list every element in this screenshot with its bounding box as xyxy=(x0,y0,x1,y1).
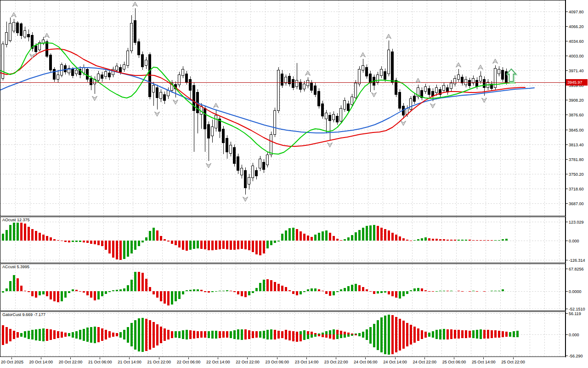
histogram-bar xyxy=(428,291,430,292)
candle-bull xyxy=(130,23,133,51)
histogram-bar xyxy=(61,332,63,334)
candle-bear xyxy=(300,82,302,90)
histogram-bar xyxy=(108,334,111,338)
histogram-bar xyxy=(94,334,96,343)
histogram-bar xyxy=(64,291,67,298)
histogram-bar xyxy=(208,241,210,250)
histogram-bar xyxy=(296,229,298,241)
histogram-bar xyxy=(57,291,59,302)
histogram-bar xyxy=(46,329,48,334)
candle-bull xyxy=(9,23,11,40)
price-label: 3718.60 xyxy=(569,187,584,191)
time-label: 24 Oct 14:00 xyxy=(383,360,407,364)
histogram-bar xyxy=(211,334,214,339)
fractal-up-icon xyxy=(361,52,366,57)
time-label: 22 Oct 22:00 xyxy=(236,360,260,364)
histogram-bar xyxy=(274,282,276,291)
histogram-bar xyxy=(215,331,217,334)
histogram-bar xyxy=(35,291,37,298)
histogram-bar xyxy=(6,334,8,344)
histogram-bar xyxy=(108,241,111,253)
histogram-bar xyxy=(329,291,331,296)
histogram-bar xyxy=(138,272,140,291)
candle-bear xyxy=(318,91,320,106)
histogram-bar xyxy=(516,331,519,334)
candle-bull xyxy=(443,85,445,90)
histogram-bar xyxy=(31,334,34,339)
histogram-bar xyxy=(182,330,184,334)
histogram-bar xyxy=(285,334,287,339)
histogram-bar xyxy=(9,281,11,291)
fractal-down-icon xyxy=(243,197,248,201)
histogram-bar xyxy=(322,334,324,337)
histogram-bar xyxy=(149,287,151,291)
histogram-bar xyxy=(259,331,261,334)
histogram-bar xyxy=(458,291,460,291)
histogram-bar xyxy=(318,334,320,334)
histogram-bar xyxy=(167,334,170,339)
histogram-bar xyxy=(277,241,280,242)
histogram-bar xyxy=(355,334,357,334)
histogram-bar xyxy=(454,334,456,339)
histogram-bar xyxy=(164,328,166,334)
histogram-bar xyxy=(160,291,162,301)
histogram-bar xyxy=(388,230,390,241)
histogram-bar xyxy=(274,241,276,243)
histogram-bar xyxy=(505,334,508,337)
fractal-down-icon xyxy=(430,104,435,108)
histogram-bar xyxy=(311,332,313,334)
histogram-bar xyxy=(340,331,342,334)
histogram-bar xyxy=(450,334,452,339)
histogram-bar xyxy=(494,330,497,334)
histogram-bar xyxy=(6,230,8,241)
histogram-bar xyxy=(215,334,217,339)
histogram-bar xyxy=(435,334,438,339)
histogram-bar xyxy=(112,333,114,334)
histogram-bar xyxy=(171,241,173,244)
histogram-bar xyxy=(141,241,144,242)
histogram-bar xyxy=(13,334,15,339)
histogram-bar xyxy=(487,240,489,241)
histogram-bar xyxy=(498,291,500,291)
candle-bear xyxy=(366,67,368,76)
histogram-bar xyxy=(130,280,133,291)
histogram-bar xyxy=(300,231,302,241)
histogram-bar xyxy=(68,333,70,334)
histogram-bar xyxy=(39,329,41,334)
chart-canvas[interactable]: 4097.804066.204034.604003.003971.403939.… xyxy=(0,0,588,368)
histogram-bar xyxy=(432,239,434,241)
histogram-bar xyxy=(472,334,475,338)
histogram-bar xyxy=(340,240,342,241)
candle-bull xyxy=(182,69,184,75)
histogram-bar xyxy=(263,280,265,291)
price-label: 4097.80 xyxy=(569,10,584,14)
indicator-scale-label: 56.119 xyxy=(569,311,581,316)
time-label: 25 Oct 22:00 xyxy=(501,360,525,364)
histogram-bar xyxy=(24,331,26,334)
histogram-bar xyxy=(105,334,107,339)
histogram-bar xyxy=(329,334,331,339)
histogram-bar xyxy=(68,291,70,293)
histogram-bar xyxy=(369,291,372,292)
histogram-bar xyxy=(417,328,419,334)
histogram-bar xyxy=(402,321,405,334)
price-label: 3971.40 xyxy=(569,69,584,73)
histogram-bar xyxy=(20,223,23,241)
histogram-bar xyxy=(189,330,192,334)
histogram-bar xyxy=(20,334,23,337)
candle-bull xyxy=(178,75,181,85)
candle-bear xyxy=(399,92,401,108)
candle-bull xyxy=(325,113,328,119)
histogram-bar xyxy=(483,334,486,339)
histogram-bar xyxy=(494,291,497,291)
histogram-bar xyxy=(336,334,339,339)
histogram-bar xyxy=(101,334,103,341)
candle-bull xyxy=(270,134,272,155)
histogram-bar xyxy=(450,240,452,241)
histogram-bar xyxy=(355,284,357,291)
histogram-bar xyxy=(130,323,133,334)
histogram-bar xyxy=(153,334,155,348)
candle-bear xyxy=(164,94,166,100)
histogram-bar xyxy=(64,333,67,334)
time-label: 20 Oct 22:00 xyxy=(59,360,83,364)
